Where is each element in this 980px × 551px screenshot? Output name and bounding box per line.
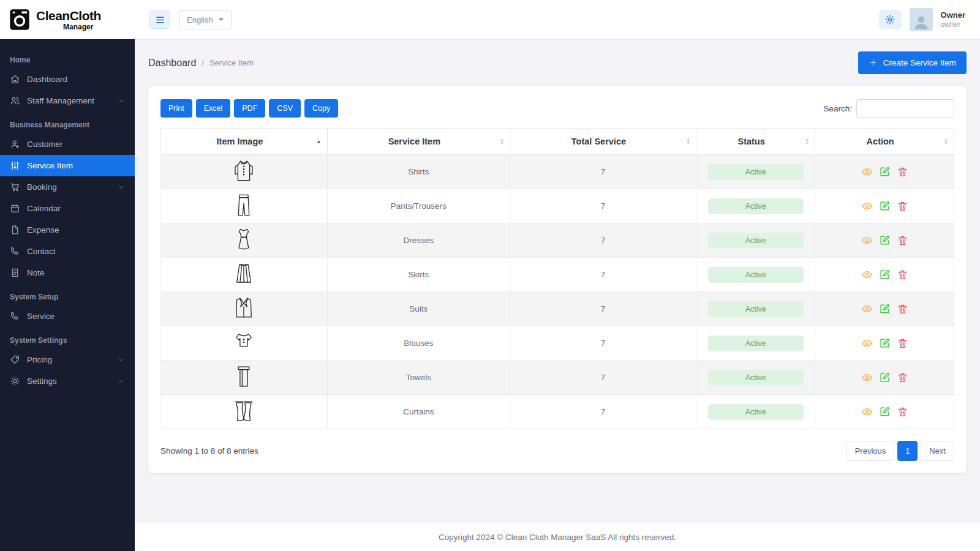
sidebar-nav: HomeDashboardStaff ManagementBusiness Ma… — [0, 39, 135, 392]
plus-icon — [869, 58, 878, 67]
status-cell: Active — [696, 395, 815, 429]
breadcrumb-current: Service Item — [209, 58, 254, 67]
chevron-down-icon — [117, 183, 125, 191]
page-1-button[interactable]: 1 — [897, 441, 918, 461]
avatar[interactable] — [910, 8, 933, 31]
export-buttons: PrintExcelPDFCSVCopy — [160, 99, 342, 118]
sidebar-item-label: Staff Management — [27, 96, 94, 105]
column-header-status[interactable]: Status▲▼ — [696, 129, 815, 155]
delete-button[interactable] — [897, 234, 908, 246]
view-button[interactable] — [861, 372, 873, 383]
view-button[interactable] — [861, 200, 873, 212]
edit-button[interactable] — [879, 406, 891, 418]
home-icon — [10, 74, 20, 84]
sidebar-toggle-button[interactable] — [149, 10, 170, 29]
topbar-right: Owner owner — [879, 8, 965, 31]
caret-down-icon — [219, 18, 224, 21]
copyright-text: Copyright 2024 © Clean Cloth Manager Saa… — [439, 533, 676, 542]
service-item-cell: Pants/Trousers — [327, 189, 510, 223]
view-button[interactable] — [861, 337, 873, 349]
edit-button[interactable] — [879, 200, 891, 212]
column-header-item-image[interactable]: Item Image▲ — [161, 129, 328, 155]
breadcrumb: Dashboard / Service Item Create Service … — [135, 39, 980, 74]
breadcrumb-dashboard[interactable]: Dashboard — [148, 58, 196, 69]
edit-button[interactable] — [879, 166, 891, 178]
table-row: Curtains7Active — [161, 395, 954, 429]
edit-button[interactable] — [879, 303, 891, 315]
export-csv-button[interactable]: CSV — [269, 99, 301, 118]
next-page-button[interactable]: Next — [921, 441, 954, 461]
delete-button[interactable] — [897, 166, 908, 178]
search-input[interactable] — [856, 99, 954, 118]
pagination: Previous 1 Next — [846, 441, 954, 461]
view-button[interactable] — [861, 269, 873, 280]
total-service-cell: 7 — [510, 395, 696, 429]
edit-button[interactable] — [879, 372, 891, 383]
sidebar-item-label: Expense — [27, 225, 59, 234]
phone-icon — [10, 246, 20, 257]
column-header-total-service[interactable]: Total Service▲▼ — [510, 129, 696, 155]
delete-button[interactable] — [897, 337, 908, 349]
table-toolbar: PrintExcelPDFCSVCopy Search: — [160, 99, 954, 118]
language-dropdown[interactable]: English — [179, 10, 232, 29]
curtains-icon — [231, 398, 257, 424]
delete-button[interactable] — [897, 406, 908, 418]
sidebar-item-booking[interactable]: Booking — [0, 176, 135, 198]
breadcrumb-separator: / — [202, 58, 204, 67]
delete-button[interactable] — [897, 269, 908, 280]
sidebar-item-settings[interactable]: Settings — [0, 370, 135, 392]
edit-button[interactable] — [879, 337, 891, 349]
sidebar-item-service[interactable]: Service — [0, 305, 135, 327]
previous-page-button[interactable]: Previous — [846, 441, 895, 461]
sidebar-item-calendar[interactable]: Calendar — [0, 198, 135, 219]
status-cell: Active — [696, 223, 815, 258]
table-row: Suits7Active — [161, 292, 954, 326]
export-pdf-button[interactable]: PDF — [234, 99, 265, 118]
sidebar-item-label: Service Item — [27, 161, 73, 170]
view-button[interactable] — [861, 303, 873, 315]
status-cell: Active — [696, 292, 815, 326]
entries-info: Showing 1 to 8 of 8 entries — [160, 446, 258, 455]
view-button[interactable] — [861, 234, 873, 246]
sidebar-item-pricing[interactable]: Pricing — [0, 349, 135, 370]
service-item-cell: Shirts — [327, 155, 510, 189]
view-button[interactable] — [861, 406, 873, 418]
delete-button[interactable] — [897, 200, 908, 212]
app-logo[interactable]: CleanCloth Manager — [0, 0, 135, 39]
delete-button[interactable] — [897, 303, 908, 315]
page-footer: Copyright 2024 © Clean Cloth Manager Saa… — [135, 523, 980, 551]
edit-button[interactable] — [879, 234, 891, 246]
pants-icon — [231, 192, 257, 218]
logo-line2: Manager — [63, 23, 101, 31]
file-icon — [10, 225, 20, 235]
phone-icon — [10, 311, 20, 321]
settings-button[interactable] — [879, 10, 902, 29]
column-label: Status — [738, 137, 765, 146]
delete-button[interactable] — [897, 372, 908, 383]
sidebar-item-customer[interactable]: Customer — [0, 133, 135, 155]
item-image-cell — [161, 292, 328, 326]
create-service-item-button[interactable]: Create Service Item — [858, 51, 967, 74]
sidebar-item-staff-management[interactable]: Staff Management — [0, 90, 135, 111]
dress-icon — [231, 227, 257, 252]
sidebar-item-note[interactable]: Note — [0, 262, 135, 283]
sidebar-item-contact[interactable]: Contact — [0, 241, 135, 262]
export-print-button[interactable]: Print — [160, 99, 192, 118]
export-excel-button[interactable]: Excel — [196, 99, 231, 118]
sort-icon: ▲ — [316, 139, 322, 144]
edit-button[interactable] — [879, 269, 891, 280]
calendar-icon — [10, 203, 20, 214]
skirt-icon — [231, 261, 257, 287]
action-cell — [815, 223, 954, 258]
gear-icon — [884, 14, 895, 25]
view-button[interactable] — [861, 166, 873, 178]
table-row: Dresses7Active — [161, 223, 954, 258]
column-header-service-item[interactable]: Service Item▲▼ — [327, 129, 510, 155]
export-copy-button[interactable]: Copy — [304, 99, 338, 118]
column-header-action[interactable]: Action▲▼ — [815, 129, 954, 155]
sidebar-item-service-item[interactable]: Service Item — [0, 155, 135, 176]
sidebar-item-expense[interactable]: Expense — [0, 219, 135, 241]
main-area: English Owner owner Dashboard / — [135, 0, 980, 551]
sidebar-item-dashboard[interactable]: Dashboard — [0, 69, 135, 90]
sidebar-section-header: Business Management — [0, 111, 135, 133]
